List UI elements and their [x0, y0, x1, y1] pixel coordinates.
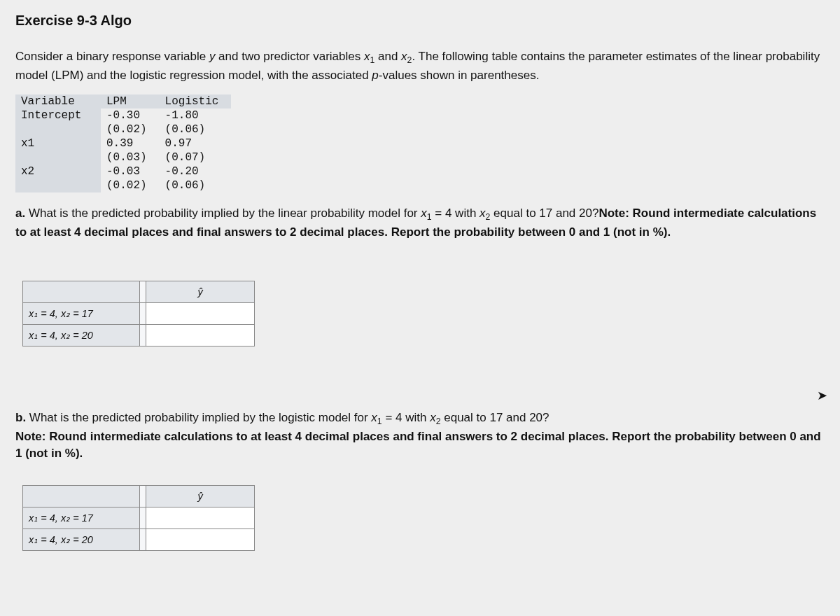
param-header-variable: Variable [15, 94, 101, 108]
answer-a-edge [140, 281, 146, 302]
answer-table-b: ŷ x₁ = 4, x₂ = 17 x₁ = 4, x₂ = 20 [22, 485, 255, 551]
answer-a-edge [140, 324, 146, 346]
answer-a-row2-input[interactable] [147, 327, 253, 344]
qb-x1-sub: 1 [377, 416, 382, 426]
param-cell: (0.02) [101, 122, 160, 136]
qa-seg: What is the predicted probability implie… [29, 206, 421, 220]
answer-b-row2-label: x₁ = 4, x₂ = 20 [23, 528, 140, 550]
answer-b-row1-label: x₁ = 4, x₂ = 17 [23, 507, 140, 528]
param-header-lpm: LPM [101, 94, 160, 108]
answer-b-edge [140, 485, 146, 507]
param-cell: (0.06) [160, 122, 232, 136]
answer-a-yhat-header: ŷ [146, 281, 255, 302]
part-b-lead: b. [15, 411, 29, 424]
intro-seg: and [374, 50, 401, 63]
qb-seg: = 4 with [382, 411, 430, 424]
param-cell: (0.06) [160, 178, 232, 192]
param-row-label: x1 [15, 136, 101, 164]
param-row-label: Intercept [15, 108, 101, 136]
intro-seg: Consider a binary response variable [15, 50, 209, 63]
part-b-text: b. What is the predicted probability imp… [15, 410, 825, 463]
part-a-lead: a. [15, 206, 29, 220]
intro-seg: -values shown in parentheses. [379, 69, 540, 82]
answer-a-corner [23, 281, 140, 302]
qa-seg: = 4 with [432, 206, 480, 220]
exercise-title: Exercise 9-3 Algo [15, 13, 825, 29]
answer-a-row2-label: x₁ = 4, x₂ = 20 [23, 324, 140, 346]
qb-x2: x [430, 411, 436, 424]
var-p: p [372, 69, 378, 82]
answer-table-a: ŷ x₁ = 4, x₂ = 17 x₁ = 4, x₂ = 20 [22, 281, 255, 346]
var-x2: x [401, 50, 407, 63]
param-cell: 0.39 [101, 136, 160, 150]
param-cell: 0.97 [160, 136, 232, 150]
answer-b-yhat-header: ŷ [146, 485, 255, 507]
param-cell: -0.03 [101, 164, 160, 178]
qb-seg: What is the predicted probability implie… [29, 411, 372, 424]
param-cell: -0.20 [160, 164, 232, 178]
answer-a-edge [140, 302, 146, 324]
answer-b-row1-input[interactable] [147, 510, 253, 526]
qb-x1: x [371, 411, 377, 424]
intro-text: Consider a binary response variable y an… [15, 48, 825, 85]
part-a-text: a. What is the predicted probability imp… [15, 205, 825, 241]
param-cell: (0.02) [101, 178, 160, 192]
part-b-note: Note: Round intermediate calculations to… [15, 430, 821, 461]
param-cell: -0.30 [101, 108, 160, 122]
param-cell: -1.80 [160, 108, 232, 122]
cursor-icon: ➤ [817, 388, 827, 403]
qa-seg: equal to 17 and 20? [490, 206, 598, 220]
intro-seg: and two predictor variables [215, 50, 364, 63]
qb-x2-sub: 2 [436, 416, 441, 426]
qa-x1-sub: 1 [427, 212, 432, 222]
param-row-label: x2 [15, 164, 101, 192]
param-header-logistic: Logistic [160, 94, 232, 108]
param-cell: (0.07) [160, 150, 232, 164]
answer-a-row1-input[interactable] [147, 305, 253, 322]
qa-x2: x [479, 206, 486, 220]
answer-b-row2-input[interactable] [147, 531, 253, 548]
answer-b-edge [140, 528, 146, 550]
param-cell: (0.03) [101, 150, 160, 164]
answer-a-row1-label: x₁ = 4, x₂ = 17 [23, 302, 140, 324]
qa-x1: x [421, 206, 427, 220]
parameter-table: Variable LPM Logistic Intercept -0.30 -1… [15, 94, 231, 192]
answer-b-corner [23, 485, 140, 507]
answer-b-edge [140, 507, 146, 528]
qb-seg: equal to 17 and 20? [441, 411, 550, 424]
